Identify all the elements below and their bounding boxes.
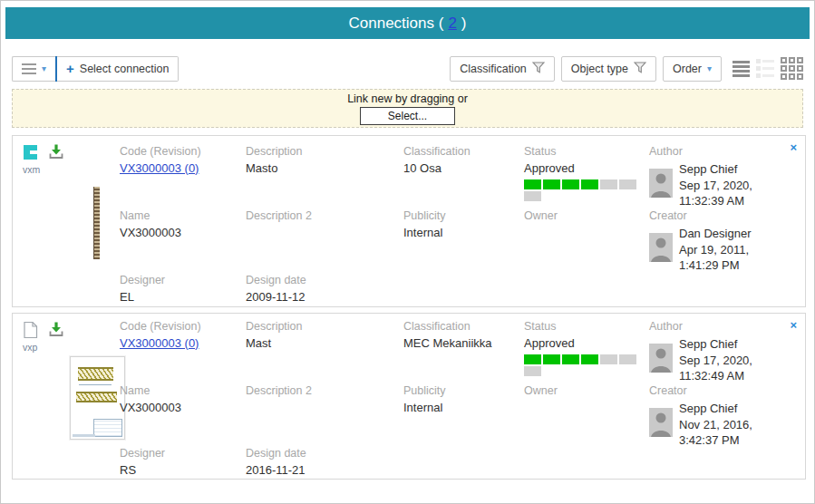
panel-title: Connections ( [348,15,443,33]
object-type-filter-label: Object type [571,63,628,75]
person-name: Sepp Chief [679,336,752,353]
designer-value: EL [120,290,165,304]
download-icon[interactable] [48,143,64,163]
dimension-line [79,384,112,385]
drawing-title-block [93,419,122,437]
classification-filter-button[interactable]: Classification [450,56,555,82]
publicity-label: Publicity [403,384,446,397]
plus-icon: + [66,62,74,75]
code-revision-label: Code (Revision) [120,320,201,333]
thumbnail-list-view-icon[interactable] [756,59,774,78]
publicity-label: Publicity [403,209,446,222]
design-date-label: Design date [246,274,306,286]
code-revision-link[interactable]: VX3000003 (0) [120,161,199,175]
description-label: Description [246,320,303,333]
creator-label: Creator [649,209,752,222]
person-time: 3:42:37 PM [679,432,752,449]
link-drop-zone[interactable]: Link new by dragging or Select... [12,89,803,128]
description-value: Mast [246,336,303,350]
classification-label: Classification [403,320,492,333]
view-mode-switch [733,57,803,80]
person-date: Apr 19, 2011, [679,242,752,258]
connection-card: vxp × Code (Revision) VX3000003 (0) Desc… [12,313,806,480]
download-icon[interactable] [48,321,64,341]
select-button[interactable]: Select... [360,107,455,125]
object-type-filter-button[interactable]: Object type [561,56,656,82]
chevron-down-icon: ▾ [42,64,46,73]
designer-label: Designer [120,447,165,460]
hamburger-icon [22,63,36,74]
order-dropdown-button[interactable]: Order ▾ [663,56,722,82]
close-icon[interactable]: × [788,317,799,333]
close-icon[interactable]: × [788,140,799,155]
panel-title-bar: Connections (2) [5,7,810,39]
chevron-down-icon: ▾ [707,64,712,73]
classification-value: 10 Osa [403,161,471,175]
order-label: Order [673,63,702,75]
description2-value [246,401,312,414]
vxm-model-icon [22,143,40,165]
panel-title-suffix: ) [461,15,467,33]
name-label: Name [120,384,181,397]
part-thumbnail[interactable] [93,187,100,259]
person-name: Dan Designer [679,226,752,242]
status-progress [524,179,638,201]
classification-filter-label: Classification [460,63,527,75]
description2-label: Description 2 [246,384,312,397]
truss-drawing [78,367,113,381]
vxp-document-icon [22,321,40,343]
classification-value: MEC Mekaniikka [403,336,492,350]
name-label: Name [120,209,181,222]
drawing-border-line [73,434,95,437]
person-name: Sepp Chief [679,401,752,417]
code-revision-link[interactable]: VX3000003 (0) [120,336,199,350]
status-label: Status [524,145,638,158]
avatar [649,233,673,274]
avatar [649,408,673,449]
funnel-icon [532,62,545,76]
list-view-icon[interactable] [733,61,750,77]
creator-label: Creator [649,384,752,397]
owner-value [524,401,558,414]
person-name: Sepp Chief [679,161,752,178]
file-type-label: vxp [23,342,37,353]
menu-dropdown-button[interactable]: ▾ [12,56,55,82]
author-label: Author [649,145,752,158]
designer-label: Designer [120,274,165,286]
description2-value [246,226,312,239]
name-value: VX3000003 [120,226,181,239]
file-type-label: vxm [23,164,40,175]
status-progress [524,354,638,376]
connections-count-link[interactable]: 2 [448,15,456,33]
design-date-label: Design date [246,447,306,460]
status-label: Status [524,320,638,333]
connections-panel: Connections (2) ▾ + Select connection Cl… [0,0,815,504]
person-date: Sep 17, 2020, [679,353,752,369]
person-time: 1:41:29 PM [679,257,752,274]
person-time: 11:32:39 AM [679,193,752,209]
person-date: Nov 21, 2016, [679,417,752,433]
person-time: 11:32:49 AM [679,368,752,384]
select-connection-button[interactable]: + Select connection [57,56,179,82]
description2-label: Description 2 [246,209,312,222]
select-connection-label: Select connection [80,63,170,75]
name-value: VX3000003 [120,401,181,414]
publicity-value: Internal [403,226,446,239]
truss-drawing [76,392,117,402]
drop-zone-text: Link new by dragging or [13,92,802,105]
owner-label: Owner [524,384,558,397]
drawing-thumbnail[interactable] [70,356,125,440]
avatar [649,169,673,209]
toolbar: ▾ + Select connection Classification Obj… [12,55,803,82]
status-value: Approved [524,161,638,175]
publicity-value: Internal [403,401,446,414]
avatar [649,344,673,384]
owner-value [524,226,558,239]
owner-label: Owner [524,209,558,222]
funnel-icon [634,62,646,76]
grid-view-icon[interactable] [781,57,803,80]
description-value: Masto [246,161,303,175]
author-label: Author [649,320,752,333]
person-date: Sep 17, 2020, [679,178,752,194]
designer-value: RS [120,463,165,477]
